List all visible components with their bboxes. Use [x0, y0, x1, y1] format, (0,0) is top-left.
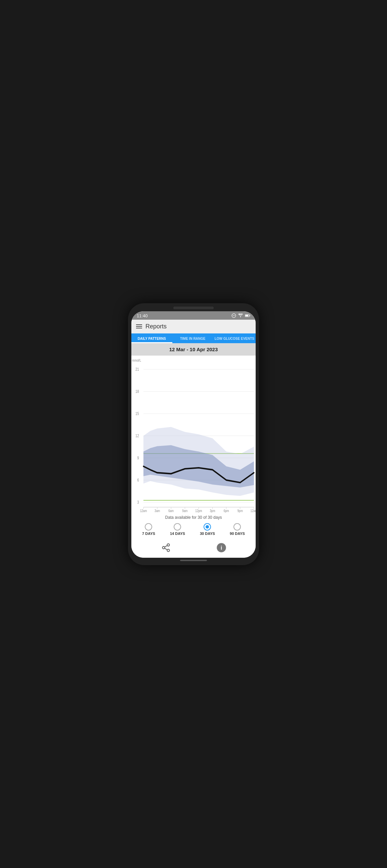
radio-14-days[interactable]: [174, 523, 181, 530]
svg-text:6pm: 6pm: [224, 508, 229, 513]
svg-text:i: i: [220, 545, 222, 551]
app-header: Reports: [131, 320, 256, 334]
svg-text:12: 12: [136, 433, 139, 438]
battery-icon: [245, 314, 250, 318]
radio-90-days[interactable]: [234, 523, 241, 530]
radio-30-days[interactable]: [204, 523, 211, 530]
svg-rect-4: [245, 315, 248, 317]
svg-line-47: [165, 545, 167, 547]
chart-container: mmol/L 21 18 15 12 9 6 3: [131, 355, 256, 513]
svg-text:12pm: 12pm: [195, 508, 202, 513]
svg-line-46: [165, 548, 167, 550]
tab-time-in-range[interactable]: TIME IN RANGE: [172, 334, 213, 343]
svg-text:3: 3: [137, 500, 139, 504]
svg-text:12am: 12am: [250, 508, 256, 513]
day-selector: 7 DAYS 14 DAYS 30 DAYS 90 DAYS: [131, 521, 256, 538]
phone-home-indicator: [180, 560, 207, 561]
day-label-30: 30 DAYS: [200, 531, 215, 535]
tabs-bar: DAILY PATTERNS TIME IN RANGE LOW GLUCOSE…: [131, 334, 256, 343]
svg-text:mmol/L: mmol/L: [132, 358, 141, 362]
daily-patterns-chart: mmol/L 21 18 15 12 9 6 3: [131, 355, 256, 513]
svg-text:9am: 9am: [182, 508, 187, 513]
svg-text:9pm: 9pm: [238, 508, 243, 513]
share-button[interactable]: [159, 541, 173, 554]
svg-text:9: 9: [137, 455, 139, 460]
phone-screen: 11:40 Reports DAILY PATTERNS TIME IN RAN…: [131, 311, 256, 558]
day-label-90: 90 DAYS: [230, 531, 245, 535]
day-label-14: 14 DAYS: [170, 531, 185, 535]
svg-text:3pm: 3pm: [210, 508, 215, 513]
svg-text:12am: 12am: [140, 508, 147, 513]
svg-rect-3: [249, 315, 250, 316]
day-option-30[interactable]: 30 DAYS: [200, 523, 215, 535]
phone-frame: 11:40 Reports DAILY PATTERNS TIME IN RAN…: [128, 303, 259, 565]
day-option-90[interactable]: 90 DAYS: [230, 523, 245, 535]
phone-notch: [173, 307, 214, 309]
svg-text:6am: 6am: [168, 508, 174, 513]
share-icon: [161, 543, 171, 552]
svg-text:21: 21: [136, 367, 139, 371]
date-range: 12 Mar - 10 Apr 2023: [131, 343, 256, 355]
svg-text:6: 6: [137, 477, 139, 482]
day-option-14[interactable]: 14 DAYS: [170, 523, 185, 535]
svg-text:18: 18: [136, 389, 139, 394]
bottom-toolbar: i: [131, 538, 256, 558]
day-label-7: 7 DAYS: [142, 531, 155, 535]
data-availability-info: Data available for 30 of 30 days: [131, 513, 256, 521]
page-title: Reports: [145, 323, 167, 330]
radio-7-days[interactable]: [145, 523, 152, 530]
tab-daily-patterns[interactable]: DAILY PATTERNS: [131, 334, 172, 343]
wifi-icon: [238, 314, 243, 318]
svg-text:3am: 3am: [154, 508, 160, 513]
tab-low-glucose-events[interactable]: LOW GLUCOSE EVENTS: [213, 334, 256, 343]
status-bar: 11:40: [131, 311, 256, 320]
status-time: 11:40: [137, 313, 148, 318]
info-button[interactable]: i: [215, 541, 228, 554]
do-not-disturb-icon: [232, 313, 236, 318]
status-icons: [232, 313, 250, 318]
hamburger-menu-icon[interactable]: [136, 324, 142, 329]
day-option-7[interactable]: 7 DAYS: [142, 523, 155, 535]
svg-text:15: 15: [136, 411, 139, 416]
info-icon: i: [216, 542, 227, 553]
radio-30-days-fill: [206, 525, 209, 529]
